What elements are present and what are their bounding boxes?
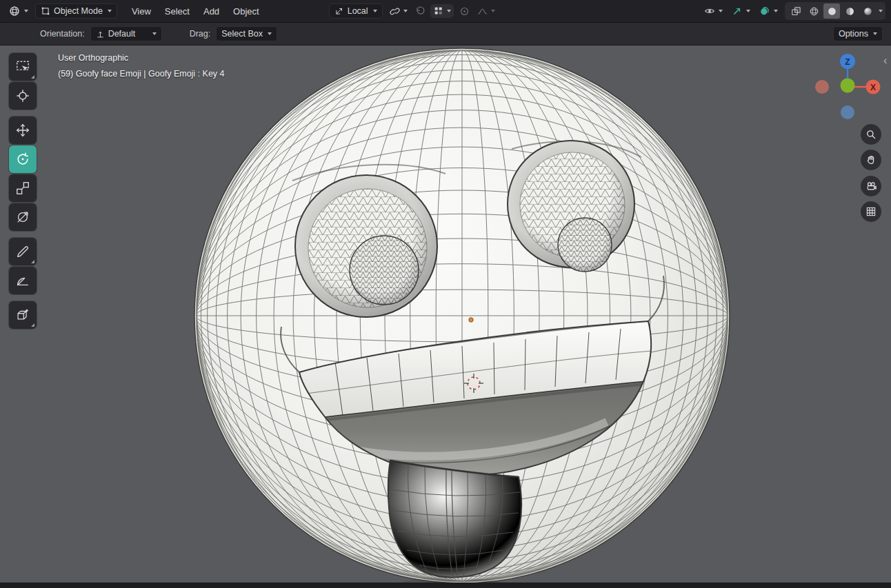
- transform-orientation-icon: [334, 6, 344, 16]
- orientation-select[interactable]: Default: [90, 26, 162, 41]
- editor-type-selector[interactable]: [6, 3, 31, 19]
- header-menus: View Select Add Object: [126, 3, 266, 19]
- chevron-down-icon: [746, 10, 750, 12]
- shading-material-button[interactable]: [841, 3, 858, 19]
- add-cube-icon: [15, 307, 30, 323]
- tool-add-cube[interactable]: [9, 301, 37, 329]
- chevron-down-icon: [873, 32, 877, 35]
- falloff-dropdown[interactable]: [475, 4, 497, 19]
- drag-label: Drag:: [190, 29, 211, 39]
- gizmo-y-ball[interactable]: [841, 79, 855, 93]
- tool-move[interactable]: [9, 116, 37, 144]
- object-origin-dot[interactable]: [469, 318, 473, 322]
- scale-icon: [15, 181, 30, 196]
- camera-view-button[interactable]: [861, 176, 881, 196]
- gizmos-dropdown[interactable]: [730, 3, 752, 19]
- toggle-ortho-button[interactable]: [861, 201, 881, 222]
- shading-mode-group: [785, 2, 885, 20]
- 3d-viewport-editor-icon: [8, 5, 21, 17]
- xray-icon: [790, 6, 802, 17]
- snap-settings-dropdown[interactable]: [430, 4, 454, 18]
- chevron-down-icon: [373, 10, 377, 12]
- tool-scale[interactable]: [9, 174, 37, 202]
- 3d-cursor-icon: [15, 88, 30, 103]
- gizmo-neg-x-ball[interactable]: [815, 80, 829, 94]
- chevron-down-icon: [774, 10, 778, 12]
- active-object-overlay: (59) Goofy face Emoji | Goofy Emoji : Ke…: [58, 69, 225, 79]
- orientation-dropdown-label: Local: [348, 6, 368, 16]
- zoom-button[interactable]: [861, 124, 881, 145]
- xray-toggle[interactable]: [788, 3, 804, 19]
- zoom-icon: [865, 128, 877, 141]
- wireframe-shading-icon: [808, 6, 820, 17]
- menu-add[interactable]: Add: [197, 3, 226, 19]
- undo-arrow-icon[interactable]: [414, 6, 426, 17]
- shading-wireframe-button[interactable]: [805, 3, 822, 19]
- subtool-corner-icon: [31, 323, 34, 327]
- orientation-select-value: Default: [108, 29, 148, 39]
- options-label: Options: [839, 29, 868, 39]
- orientation-label: Orientation:: [40, 29, 85, 39]
- snap-target-dropdown[interactable]: [388, 4, 409, 19]
- material-shading-icon: [844, 6, 856, 17]
- menu-select[interactable]: Select: [159, 3, 196, 19]
- chevron-down-icon: [491, 10, 495, 12]
- mode-dropdown-label: Object Mode: [54, 6, 103, 16]
- chevron-down-icon: [152, 32, 157, 35]
- tool-settings-bar: Orientation: Default Drag: Select Box Op…: [0, 23, 891, 45]
- emoji-mesh-object[interactable]: [194, 48, 730, 588]
- navigation-gizmo[interactable]: Z X: [813, 52, 882, 121]
- 3d-viewport[interactable]: [0, 0, 891, 588]
- overlays-dropdown[interactable]: [757, 3, 779, 19]
- transform-icon: [15, 210, 30, 225]
- measure-icon: [15, 273, 30, 288]
- tool-annotate[interactable]: [9, 238, 37, 265]
- orientation-axes-icon: [96, 30, 105, 39]
- viewport-header: Object Mode View Select Add Object Local: [0, 0, 891, 23]
- shading-solid-button[interactable]: [823, 3, 840, 19]
- shading-rendered-button[interactable]: [859, 3, 876, 19]
- gizmo-neg-z-ball[interactable]: [841, 105, 854, 119]
- gizmos-toggle-icon: [731, 5, 743, 17]
- options-dropdown[interactable]: Options: [833, 26, 883, 41]
- rendered-shading-icon: [862, 6, 874, 17]
- sidebar-collapse-arrow[interactable]: ‹: [883, 55, 887, 66]
- visibility-dropdown[interactable]: [702, 3, 724, 19]
- tool-select-box[interactable]: [9, 53, 37, 81]
- menu-object[interactable]: Object: [227, 3, 266, 19]
- object-mode-icon: [41, 6, 50, 16]
- tool-transform[interactable]: [9, 203, 37, 231]
- move-icon: [15, 123, 30, 138]
- toolbar: [9, 53, 37, 336]
- snap-grid-icon: [433, 6, 444, 17]
- annotate-pen-icon: [15, 244, 30, 259]
- chevron-down-icon: [268, 32, 272, 35]
- snap-link-icon: [389, 6, 401, 17]
- status-bar: [0, 582, 891, 588]
- chevron-down-icon: [447, 10, 451, 12]
- gizmo-z-label: Z: [845, 57, 850, 67]
- proportional-editing-icon[interactable]: [459, 6, 470, 17]
- pan-button[interactable]: [861, 150, 881, 170]
- tool-measure[interactable]: [9, 267, 37, 294]
- drag-select-value: Select Box: [221, 29, 263, 39]
- menu-view[interactable]: View: [126, 3, 157, 19]
- transform-controls: Local: [329, 3, 497, 19]
- chevron-down-icon: [108, 10, 112, 12]
- pan-hand-icon: [865, 154, 877, 166]
- rotate-icon: [15, 152, 30, 167]
- tool-rotate[interactable]: [9, 145, 37, 173]
- view-name-overlay: User Orthographic: [58, 53, 128, 63]
- viewport-display-controls: [702, 2, 885, 20]
- camera-view-icon: [865, 180, 877, 192]
- chevron-down-icon[interactable]: [879, 10, 883, 12]
- tool-cursor[interactable]: [9, 82, 37, 110]
- drag-select[interactable]: Select Box: [216, 26, 277, 41]
- mode-dropdown[interactable]: Object Mode: [35, 3, 117, 19]
- transform-orientation-dropdown[interactable]: Local: [329, 3, 383, 19]
- solid-shading-icon: [826, 6, 838, 17]
- left-eye: [295, 175, 437, 317]
- falloff-curve-icon: [477, 6, 488, 17]
- chevron-down-icon: [403, 10, 408, 12]
- subtool-corner-icon: [31, 75, 34, 79]
